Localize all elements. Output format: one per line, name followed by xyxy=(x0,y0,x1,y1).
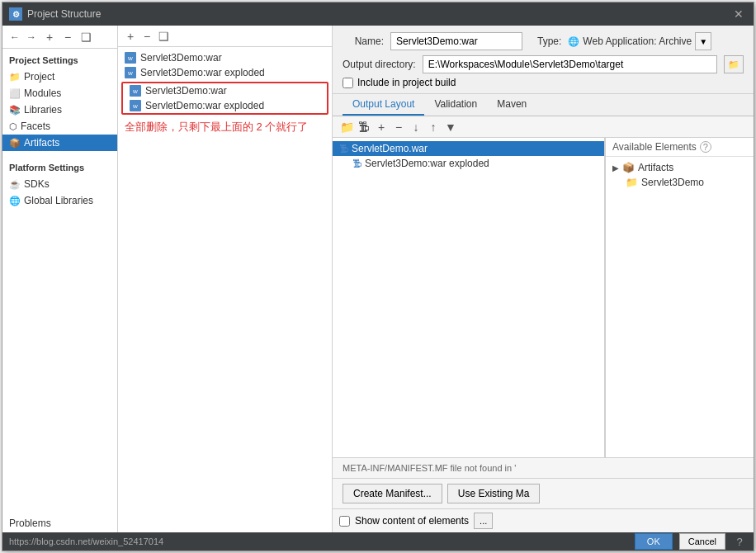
dialog-title: Project Structure xyxy=(27,8,725,20)
artifact-item-3[interactable]: w ServletDemo:war exploded xyxy=(123,98,327,113)
artifact-item-1[interactable]: w Servlet3Demo:war exploded xyxy=(118,65,332,80)
right-panel: Name: Type: 🌐 Web Application: Archive ▼… xyxy=(333,26,754,532)
struct-add-btn[interactable]: + xyxy=(374,120,389,135)
available-item-artifacts[interactable]: ▶ 📦 Artifacts xyxy=(606,160,754,175)
war-icon-2: w xyxy=(130,85,141,97)
artifact-remove-btn[interactable]: − xyxy=(139,29,154,44)
name-label: Name: xyxy=(343,35,384,47)
tree-item-1[interactable]: 🗜 Servlet3Demo:war exploded xyxy=(333,156,604,171)
include-checkbox-row: Include in project build xyxy=(343,77,744,88)
browse-button[interactable]: 📁 xyxy=(724,55,744,73)
tree-item-0-label: ServletDemo.war xyxy=(352,143,428,154)
sidebar-item-sdks[interactable]: ☕ SDKs xyxy=(2,176,117,192)
libraries-icon: 📚 xyxy=(9,105,21,116)
tabs-row: Output Layout Validation Maven xyxy=(333,94,754,116)
close-button[interactable]: ✕ xyxy=(730,7,747,21)
platform-settings-header: Platform Settings xyxy=(2,154,117,176)
help-icon[interactable]: ? xyxy=(700,141,711,153)
add-button[interactable]: + xyxy=(42,30,57,45)
create-manifest-button[interactable]: Create Manifest... xyxy=(343,484,442,503)
available-item-servlet3demo[interactable]: 📁 Servlet3Demo xyxy=(606,175,754,190)
available-elements-title: Available Elements xyxy=(612,141,697,153)
sidebar-item-global-libraries[interactable]: 🌐 Global Libraries xyxy=(2,192,117,209)
dialog-icon: ⚙ xyxy=(9,7,22,21)
use-existing-button[interactable]: Use Existing Ma xyxy=(447,484,541,503)
type-dropdown-btn[interactable]: ▼ xyxy=(695,32,711,50)
type-label: Type: xyxy=(537,35,561,47)
show-content-label: Show content of elements xyxy=(355,515,469,527)
sidebar-item-problems[interactable]: Problems xyxy=(2,511,117,532)
main-content: ← → + − ❑ Project Settings 📁 Project ⬜ M… xyxy=(2,26,754,532)
output-dir-label: Output directory: xyxy=(343,59,416,70)
structure-body: 🗜 ServletDemo.war 🗜 Servlet3Demo:war exp… xyxy=(333,138,754,457)
war-icon-0: w xyxy=(125,52,136,64)
show-content-row: Show content of elements ... xyxy=(333,508,754,532)
sidebar-item-facets-label: Facets xyxy=(21,121,50,132)
output-dir-row: Output directory: 📁 xyxy=(343,55,744,73)
project-icon: 📁 xyxy=(9,72,21,83)
struct-down-btn[interactable]: ↓ xyxy=(409,120,423,135)
available-elements-panel: Available Elements ? ▶ 📦 Artifacts 📁 xyxy=(605,138,754,457)
tab-output-layout[interactable]: Output Layout xyxy=(343,94,424,116)
warning-bar: META-INF/MANIFEST.MF file not found in ' xyxy=(333,457,754,478)
artifact-copy-btn[interactable]: ❑ xyxy=(156,29,171,44)
copy-button[interactable]: ❑ xyxy=(78,30,93,45)
include-label: Include in project build xyxy=(357,77,456,88)
sidebar-item-artifacts[interactable]: 📦 Artifacts xyxy=(2,135,117,151)
sidebar: ← → + − ❑ Project Settings 📁 Project ⬜ M… xyxy=(2,26,118,532)
structure-panel: 📁 🗜 + − ↓ ↑ ▼ 🗜 ServletDemo.war xyxy=(333,116,754,532)
sidebar-item-modules[interactable]: ⬜ Modules xyxy=(2,85,117,102)
artifact-icon-avail: 📦 xyxy=(622,162,635,173)
problems-label: Problems xyxy=(9,518,51,529)
project-settings-header: Project Settings xyxy=(2,49,117,69)
sidebar-item-libraries-label: Libraries xyxy=(24,104,62,116)
artifact-item-0[interactable]: w Servlet3Demo:war xyxy=(118,50,332,65)
expand-arrow-artifacts: ▶ xyxy=(612,163,619,173)
struct-minus-btn[interactable]: − xyxy=(391,120,406,135)
title-bar: ⚙ Project Structure ✕ xyxy=(2,2,754,26)
annotation-text: 全部删除，只剩下最上面的 2 个就行了 xyxy=(118,116,332,138)
output-dir-input[interactable] xyxy=(423,55,717,73)
tab-validation[interactable]: Validation xyxy=(424,94,487,116)
struct-jar-btn[interactable]: 🗜 xyxy=(357,120,371,135)
artifacts-icon: 📦 xyxy=(9,138,21,149)
name-input[interactable] xyxy=(390,32,522,50)
sdks-icon: ☕ xyxy=(9,179,21,190)
artifact-item-2[interactable]: w Servlet3Demo:war xyxy=(123,83,327,98)
tree-item-1-label: Servlet3Demo:war exploded xyxy=(365,158,489,169)
project-structure-dialog: ⚙ Project Structure ✕ ← → + − ❑ Project … xyxy=(2,2,754,551)
ok-button[interactable]: OK xyxy=(635,533,673,550)
sidebar-item-project[interactable]: 📁 Project xyxy=(2,69,117,85)
tree-item-0[interactable]: 🗜 ServletDemo.war xyxy=(333,141,604,156)
artifact-add-btn[interactable]: + xyxy=(123,29,138,44)
structure-toolbar: 📁 🗜 + − ↓ ↑ ▼ xyxy=(333,116,754,138)
type-text: Web Application: Archive xyxy=(583,35,692,47)
sidebar-item-project-label: Project xyxy=(24,71,54,83)
status-url: https://blog.csdn.net/weixin_52417014 xyxy=(9,536,628,546)
struct-folder-btn[interactable]: 📁 xyxy=(339,120,354,135)
artifact-item-1-label: Servlet3Demo:war exploded xyxy=(140,67,265,78)
forward-button[interactable]: → xyxy=(24,31,39,44)
include-checkbox[interactable] xyxy=(343,78,353,88)
sidebar-item-libraries[interactable]: 📚 Libraries xyxy=(2,102,117,118)
show-content-extra-btn[interactable]: ... xyxy=(474,513,493,529)
struct-up-btn[interactable]: ↑ xyxy=(426,120,441,135)
cancel-button[interactable]: Cancel xyxy=(679,533,725,550)
war-icon-tree-1: 🗜 xyxy=(352,158,361,168)
back-button[interactable]: ← xyxy=(7,31,22,44)
remove-button[interactable]: − xyxy=(60,30,75,45)
artifact-list-panel: + − ❑ w Servlet3Demo:war w Servlet3Demo:… xyxy=(118,26,333,532)
modules-icon: ⬜ xyxy=(9,88,21,99)
show-content-checkbox[interactable] xyxy=(339,516,350,527)
artifact-highlighted-group: w Servlet3Demo:war w ServletDemo:war exp… xyxy=(121,82,328,115)
sidebar-item-facets[interactable]: ⬡ Facets xyxy=(2,118,117,135)
available-item-servlet3demo-label: Servlet3Demo xyxy=(641,177,704,188)
available-header: Available Elements ? xyxy=(606,138,754,157)
tab-maven[interactable]: Maven xyxy=(487,94,536,116)
help-bottom-btn[interactable]: ? xyxy=(732,534,747,549)
structure-tree: 🗜 ServletDemo.war 🗜 Servlet3Demo:war exp… xyxy=(333,138,605,457)
war-icon-3: w xyxy=(130,100,141,111)
artifact-items-list: w Servlet3Demo:war w Servlet3Demo:war ex… xyxy=(118,47,332,532)
war-icon-tree-0: 🗜 xyxy=(339,144,348,154)
struct-more-btn[interactable]: ▼ xyxy=(443,120,458,135)
